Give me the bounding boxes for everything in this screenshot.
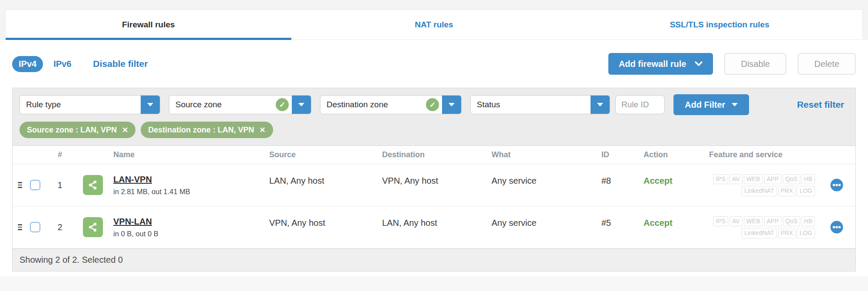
chevron-down-icon	[695, 61, 703, 66]
destination-zone-select[interactable]: Destination zone ✓	[320, 95, 462, 114]
ipv4-toggle[interactable]: IPv4	[12, 56, 43, 72]
filter-active-check-icon: ✓	[276, 98, 289, 111]
tab-label: Firewall rules	[122, 20, 175, 30]
feature-badge-log: LOG	[797, 228, 815, 238]
bottom-strip	[0, 276, 868, 291]
filter-bar: Rule type Source zone ✓ Destination zone…	[13, 88, 855, 119]
caret-down-icon	[147, 103, 153, 106]
drag-handle-icon[interactable]	[18, 182, 22, 188]
caret-down-icon	[449, 103, 455, 106]
rule-id-input[interactable]	[615, 95, 665, 114]
header-action: Action	[631, 150, 690, 159]
dropdown-button[interactable]	[292, 96, 311, 114]
status-label: Status	[471, 100, 591, 109]
tab-bar: Firewall rules NAT rules SSL/TLS inspect…	[5, 10, 863, 40]
header-number: #	[46, 150, 73, 159]
feature-badges: IPSAVWEBAPPQoSHB LinkedNATPRXLOG	[690, 216, 818, 238]
header-destination: Destination	[379, 150, 488, 159]
tab-ssl-tls-inspection-rules[interactable]: SSL/TLS inspection rules	[577, 10, 862, 40]
rule-what: Any service	[488, 164, 599, 186]
rule-action: Accept	[631, 164, 690, 186]
feature-badge-log: LOG	[797, 186, 815, 196]
feature-badge-linkednat: LinkedNAT	[742, 228, 776, 238]
actions-row: IPv4 IPv6 Disable filter Add firewall ru…	[12, 53, 856, 75]
feature-badges: IPSAVWEBAPPQoSHB LinkedNATPRXLOG	[690, 174, 818, 196]
feature-badge-ips: IPS	[713, 174, 728, 185]
row-number: 1	[46, 180, 73, 190]
filter-chips-row: Source zone : LAN, VPN ✕ Destination zon…	[13, 119, 855, 146]
rule-id: #5	[599, 206, 631, 228]
header-id: ID	[599, 150, 631, 159]
delete-button[interactable]: Delete	[798, 53, 856, 75]
status-select[interactable]: Status	[470, 95, 610, 114]
feature-badge-web: WEB	[744, 174, 763, 185]
dropdown-button[interactable]	[591, 96, 610, 114]
showing-summary: Showing 2 of 2. Selected 0	[20, 255, 123, 265]
tab-strip: Firewall rules NAT rules SSL/TLS inspect…	[0, 0, 868, 40]
add-firewall-rule-button[interactable]: Add firewall rule	[608, 53, 713, 75]
source-zone-filter-chip: Source zone : LAN, VPN ✕	[20, 122, 135, 138]
destination-zone-label: Destination zone	[320, 100, 426, 109]
destination-zone-filter-chip: Destination zone : LAN, VPN ✕	[141, 122, 273, 138]
table-row: 1 LAN-VPN in 2.81 MB, out 1.41 MB LAN, A…	[13, 164, 855, 206]
source-zone-select[interactable]: Source zone ✓	[169, 95, 311, 114]
add-firewall-rule-label: Add firewall rule	[619, 59, 686, 69]
disable-button[interactable]: Disable	[724, 53, 786, 75]
rule-destination: LAN, Any host	[379, 206, 488, 228]
tab-label: NAT rules	[415, 20, 453, 30]
caret-down-icon	[298, 103, 304, 106]
rule-action: Accept	[631, 206, 690, 228]
add-filter-button[interactable]: Add Filter	[673, 94, 749, 115]
ellipsis-icon	[830, 220, 844, 234]
feature-badge-qos: QoS	[783, 216, 800, 227]
tab-nat-rules[interactable]: NAT rules	[291, 10, 577, 40]
filter-active-check-icon: ✓	[426, 98, 439, 111]
rule-traffic-stats: in 2.81 MB, out 1.41 MB	[113, 188, 266, 196]
dropdown-button[interactable]	[141, 96, 160, 114]
rule-name-link[interactable]: VPN-LAN	[113, 217, 152, 227]
rule-what: Any service	[488, 206, 599, 228]
feature-badge-hb: HB	[802, 216, 815, 227]
feature-badge-prx: PRX	[778, 186, 796, 196]
caret-down-icon	[732, 103, 738, 106]
rules-panel: Rule type Source zone ✓ Destination zone…	[12, 88, 856, 271]
feature-badge-av: AV	[729, 216, 743, 227]
reset-filter-link[interactable]: Reset filter	[797, 99, 848, 110]
rule-type-share-icon	[83, 217, 103, 237]
header-what: What	[488, 150, 599, 159]
chip-label: Destination zone : LAN, VPN	[148, 126, 254, 135]
ipv6-toggle[interactable]: IPv6	[53, 59, 71, 69]
dropdown-button[interactable]	[442, 96, 461, 114]
feature-badge-qos: QoS	[783, 174, 800, 185]
row-checkbox[interactable]	[30, 222, 40, 232]
rule-type-select[interactable]: Rule type	[20, 95, 160, 114]
feature-badge-linkednat: LinkedNAT	[742, 186, 776, 196]
source-zone-label: Source zone	[169, 100, 276, 109]
rule-source: LAN, Any host	[266, 164, 379, 186]
rule-traffic-stats: in 0 B, out 0 B	[113, 230, 266, 238]
firewall-rules-table: # Name Source Destination What ID Action…	[13, 146, 855, 248]
rule-source: VPN, Any host	[266, 206, 379, 228]
row-number: 2	[46, 222, 73, 232]
table-row: 2 VPN-LAN in 0 B, out 0 B VPN, Any host	[13, 206, 855, 248]
row-checkbox[interactable]	[30, 180, 40, 190]
table-footer: Showing 2 of 2. Selected 0	[13, 248, 855, 271]
disable-filter-link[interactable]: Disable filter	[93, 59, 148, 69]
row-actions-menu-button[interactable]	[830, 178, 844, 192]
header-name: Name	[110, 150, 266, 159]
chip-close-icon[interactable]: ✕	[122, 126, 128, 135]
feature-badge-app: APP	[764, 216, 782, 227]
header-feature-and-service: Feature and service	[690, 150, 818, 159]
feature-badge-web: WEB	[744, 216, 763, 227]
rule-id: #8	[599, 164, 631, 186]
row-actions-menu-button[interactable]	[830, 220, 844, 234]
feature-badge-av: AV	[729, 174, 743, 185]
feature-badge-prx: PRX	[778, 228, 796, 238]
chip-close-icon[interactable]: ✕	[259, 126, 265, 135]
add-filter-label: Add Filter	[685, 100, 725, 110]
ellipsis-icon	[830, 178, 844, 192]
rule-type-label: Rule type	[20, 100, 141, 109]
tab-firewall-rules[interactable]: Firewall rules	[6, 10, 291, 40]
rule-name-link[interactable]: LAN-VPN	[113, 175, 152, 185]
drag-handle-icon[interactable]	[18, 224, 22, 230]
